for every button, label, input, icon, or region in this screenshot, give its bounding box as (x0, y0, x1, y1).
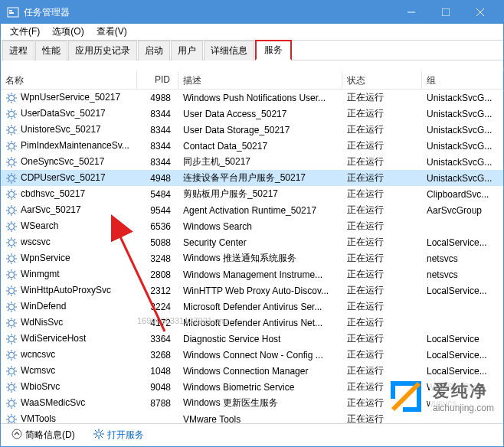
tab-details[interactable]: 详细信息 (204, 41, 254, 60)
service-pid: 8344 (137, 123, 178, 137)
service-pid: 6536 (137, 220, 178, 233)
svg-line-130 (14, 309, 15, 311)
service-row[interactable]: UnistoreSvc_502178344User Data Storage_5… (1, 122, 503, 138)
service-pid: 5088 (137, 236, 178, 250)
service-gear-icon (5, 108, 18, 120)
tab-app-history[interactable]: 应用历史记录 (68, 41, 137, 60)
service-desc: User Data Access_50217 (178, 107, 342, 121)
svg-point-197 (12, 429, 21, 439)
service-gear-icon (5, 269, 18, 281)
service-name: WdiServiceHost (21, 333, 86, 344)
service-row[interactable]: wcncsvc3268Windows Connect Now - Config … (1, 347, 503, 363)
service-row[interactable]: OneSyncSvc_502178344同步主机_50217正在运行Unista… (1, 154, 503, 170)
service-row[interactable]: WdiServiceHost3364Diagnostic Service Hos… (1, 331, 503, 347)
svg-line-77 (14, 207, 15, 208)
service-row[interactable]: WinHttpAutoProxySvc2312WinHTTP Web Proxy… (1, 282, 503, 299)
svg-line-15 (8, 100, 9, 102)
svg-line-185 (14, 400, 15, 401)
svg-line-139 (14, 325, 15, 327)
service-group: LocalService... (422, 364, 503, 378)
service-gear-icon (5, 413, 18, 424)
service-row[interactable]: WdNisSvc4172Microsoft Defender Antivirus… (1, 315, 503, 331)
header-status[interactable]: 状态 (342, 71, 422, 89)
tab-processes[interactable]: 进程 (2, 41, 34, 60)
brief-info-button[interactable]: 简略信息(D) (7, 427, 80, 443)
service-row[interactable]: WinDefend3224Microsoft Defender Antiviru… (1, 299, 503, 315)
open-services-button[interactable]: 打开服务 (89, 427, 149, 443)
svg-line-39 (8, 142, 9, 144)
minimize-button[interactable] (394, 1, 428, 24)
service-row[interactable]: WpnService3248Windows 推送通知系统服务正在运行netsvc… (1, 250, 503, 266)
tab-performance[interactable]: 性能 (35, 41, 67, 60)
service-name: OneSyncSvc_50217 (21, 156, 104, 167)
header-name[interactable]: 名称 (1, 71, 137, 89)
menu-options[interactable]: 选项(O) (46, 24, 90, 40)
svg-line-78 (8, 213, 9, 214)
service-desc: Microsoft Defender Antivirus Ser... (178, 300, 342, 314)
maximize-button[interactable] (428, 1, 463, 24)
svg-line-84 (8, 223, 9, 224)
service-row[interactable]: WpnUserService_502174988Windows Push Not… (1, 90, 503, 106)
header-group[interactable]: 组 (422, 71, 503, 89)
service-desc: Agent Activation Runtime_50217 (178, 204, 342, 217)
service-desc: User Data Storage_50217 (178, 123, 342, 137)
service-desc: Diagnostic Service Host (178, 332, 342, 346)
service-row[interactable]: WbioSrvc9048Windows Biometric Service正在运… (1, 379, 503, 395)
svg-line-138 (8, 319, 9, 321)
service-row[interactable]: UserDataSvc_502178344User Data Access_50… (1, 106, 503, 122)
service-desc: 同步主机_50217 (178, 154, 342, 170)
service-row[interactable]: VMToolsVMware Tools正在运行 (1, 411, 503, 423)
service-name: UserDataSvc_50217 (21, 108, 106, 119)
service-group: UnistackSvcG... (422, 139, 503, 153)
service-name: WpnService (21, 253, 70, 263)
service-row[interactable]: AarSvc_502179544Agent Activation Runtime… (1, 202, 503, 218)
service-pid: 3224 (137, 300, 178, 314)
svg-line-175 (14, 390, 15, 391)
service-row[interactable]: cbdhsvc_502175484剪贴板用户服务_50217正在运行Clipbo… (1, 186, 503, 202)
svg-line-205 (101, 430, 103, 432)
tab-users[interactable]: 用户 (171, 41, 203, 60)
service-group: UnistackSvcG... (422, 155, 503, 169)
window-title: 任务管理器 (24, 6, 394, 19)
tab-startup[interactable]: 启动 (138, 41, 170, 60)
menu-view[interactable]: 查看(V) (90, 24, 133, 40)
service-group: AarSvcGroup (422, 204, 503, 217)
service-name: WinDefend (21, 301, 66, 312)
menu-file[interactable]: 文件(F) (4, 24, 46, 40)
service-desc: Windows 更新医生服务 (178, 395, 342, 411)
svg-line-60 (8, 181, 9, 182)
service-row[interactable]: CDPUserSvc_502174948连接设备平台用户服务_50217正在运行… (1, 170, 503, 186)
service-desc: Contact Data_50217 (178, 139, 342, 153)
service-gear-icon (5, 172, 18, 184)
svg-line-122 (14, 287, 15, 289)
header-pid[interactable]: PID (137, 71, 178, 89)
close-button[interactable] (463, 1, 497, 24)
service-gear-icon (5, 333, 18, 345)
service-pid: 8344 (137, 107, 178, 121)
service-row[interactable]: PimIndexMaintenanceSv...8344Contact Data… (1, 138, 503, 154)
header-desc[interactable]: 描述 (178, 71, 342, 89)
service-group: LocalService... (422, 236, 503, 250)
service-row[interactable]: WSearch6536Windows Search正在运行 (1, 218, 503, 234)
service-row[interactable]: Winmgmt2808Windows Management Instrume..… (1, 266, 503, 282)
service-gear-icon (5, 397, 18, 409)
tab-services[interactable]: 服务 (255, 40, 292, 60)
service-pid: 8788 (137, 396, 178, 410)
service-pid: 4988 (137, 91, 178, 105)
svg-rect-2 (9, 12, 14, 14)
service-gear-icon (5, 381, 18, 393)
svg-line-68 (14, 191, 15, 192)
svg-point-133 (9, 320, 15, 325)
svg-line-129 (8, 303, 9, 305)
svg-line-102 (8, 255, 9, 256)
service-row[interactable]: wscsvc5088Security Center正在运行LocalServic… (1, 234, 503, 250)
svg-line-24 (8, 116, 9, 118)
svg-line-150 (8, 341, 9, 343)
service-pid: 9544 (137, 204, 178, 217)
service-row[interactable]: WaaSMedicSvc8788Windows 更新医生服务正在运行wusvcs (1, 395, 503, 411)
menubar: 文件(F) 选项(O) 查看(V) (1, 24, 503, 41)
service-status: 正在运行 (342, 154, 422, 170)
service-row[interactable]: Wcmsvc1048Windows Connection Manager正在运行… (1, 363, 503, 379)
svg-line-148 (14, 341, 15, 343)
svg-line-165 (8, 367, 9, 369)
